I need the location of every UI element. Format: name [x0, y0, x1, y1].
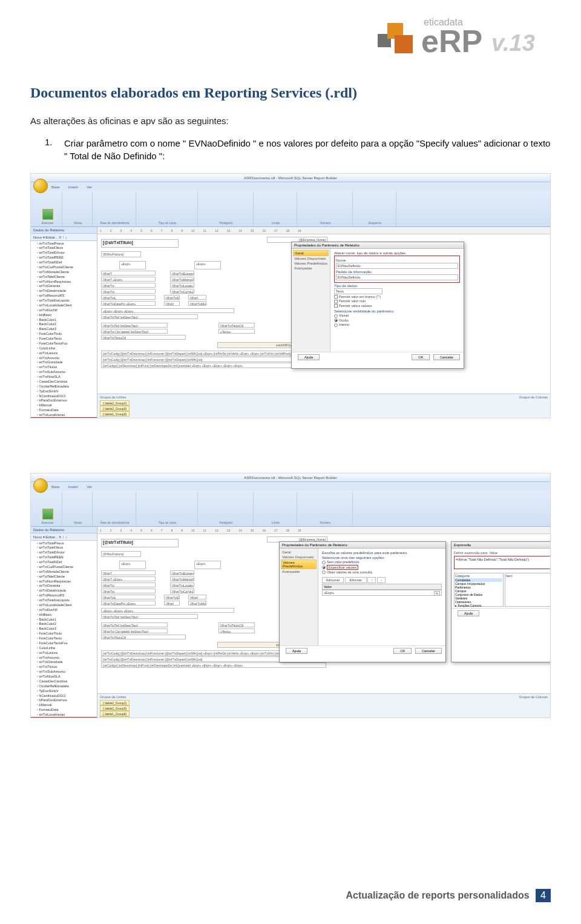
- design-cell[interactable]: «Expr»: [119, 261, 146, 269]
- design-cell[interactable]: [@strTxtL: [101, 595, 156, 599]
- tree-item[interactable]: ▫ FormatoData: [31, 708, 97, 713]
- design-cell[interactable]: [@strTxtDataEnt «Expr»: [164, 595, 180, 599]
- tree-item[interactable]: ▫ strTxtLeitura: [31, 650, 97, 655]
- tree-item[interactable]: ▫ OcultarRefEticadata: [31, 384, 97, 389]
- tree-item[interactable]: ▫ ForeColorTitulo: [31, 332, 97, 337]
- tree-item[interactable]: ▫ strTxtNumRequisicao: [31, 579, 97, 584]
- design-cell[interactable]: [@strTxtTip] [strDescTipo]: [101, 314, 198, 319]
- design-cell[interactable]: [@strTxtTip] [strDescTipo]: [101, 323, 168, 328]
- input-prompt[interactable]: EVNaoDefinido: [336, 274, 458, 280]
- tree-item[interactable]: ▫ ColorLinha: [31, 645, 97, 650]
- tree-item[interactable]: ▫ strTxtNiceSLA: [31, 675, 97, 679]
- tree-item-evnaodefinido[interactable]: ▫ EVNaoDefinido: [31, 717, 97, 718]
- tree-item[interactable]: ▫ strTxtAssunto: [31, 355, 97, 360]
- tree-item[interactable]: ▫ strTxtLocalizacao: [31, 413, 97, 418]
- tree-item[interactable]: ▫ strTxtResumoRS: [31, 294, 97, 299]
- tree-item[interactable]: ▫ BackColor2: [31, 622, 97, 627]
- tree-item[interactable]: ▫ strTxtLeitura: [31, 351, 97, 355]
- radio-query[interactable]: Obter valores de uma consulta: [322, 570, 442, 575]
- design-cell[interactable]: [@strTxtMarcaV «Expr»: [170, 277, 194, 282]
- tab-ver[interactable]: Ver: [87, 184, 92, 189]
- row-group-item[interactable]: [ (table1_Group3): [100, 716, 130, 718]
- ok-button[interactable]: OK: [393, 648, 412, 654]
- design-cell[interactable]: [@strTxt Cla tabela] [strDescTipo]: [101, 329, 168, 334]
- tree-item[interactable]: ▫ bParaDocExternos: [31, 698, 97, 703]
- expr-row[interactable]: [strCodigo] [strDescricao] [intFunc] [st…: [101, 662, 326, 668]
- tree-item-evnaodefinido[interactable]: ▫ EVNaoDefinido: [31, 417, 97, 418]
- help-button[interactable]: Ajuda: [458, 610, 479, 616]
- parameter-tree[interactable]: ▫ strTxtTotalPneus▫ strTxtTotalOleos▫ st…: [31, 241, 97, 418]
- design-cell[interactable]: [@strTxtTip] [strDescTipo]: [101, 614, 198, 619]
- tree-item[interactable]: ▫ ForeColorTexto: [31, 636, 97, 641]
- expression-input[interactable]: =iif(true,"Total Não Definido","Total Nã…: [454, 556, 550, 569]
- tree-item[interactable]: ▫ strTxtTotalNDef: [31, 260, 97, 265]
- design-cell[interactable]: «Expr»: [194, 261, 221, 269]
- tree-item[interactable]: ▫ CasasDecCambios: [31, 379, 97, 384]
- design-cell[interactable]: [IDMovFactura]: [101, 251, 141, 257]
- tree-item[interactable]: ▫ ForeColorTextoFoo: [31, 641, 97, 645]
- design-cell[interactable]: [@str] «Expr»: [164, 601, 180, 606]
- design-cell[interactable]: [@strTxt Cla tabela] [strDescTipo]: [101, 629, 168, 633]
- up-button[interactable]: ↑: [367, 577, 376, 583]
- fx-button[interactable]: fx: [434, 591, 440, 596]
- tab-ver[interactable]: Ver: [87, 484, 92, 489]
- tree-item[interactable]: ▫ BackColor2: [31, 322, 97, 327]
- tree-item[interactable]: ▫ CasasDecCambios: [31, 679, 97, 684]
- design-cell[interactable]: «Expr» «Expr» «Expr»: [101, 308, 234, 313]
- value-row[interactable]: «Expr» fx: [322, 590, 442, 596]
- design-cell[interactable]: [@strTxtLocatio «Expr»: [170, 582, 194, 587]
- tree-item[interactable]: ▫ strTxtTotalDAutor: [31, 251, 97, 256]
- tree-item[interactable]: ▫ bManual: [31, 703, 97, 708]
- nav-avancadas[interactable]: Avançadas: [293, 266, 329, 271]
- tree-item[interactable]: ▫ strTxtLocalidadeClient: [31, 303, 97, 308]
- field-titulo[interactable]: [@strTxtTitulo]: [101, 239, 179, 248]
- design-cell[interactable]: [@strTxtTituloCli]: [218, 622, 255, 627]
- design-cell[interactable]: [@strT: [101, 570, 156, 575]
- tab-inserir[interactable]: Inserir: [68, 484, 79, 489]
- down-button[interactable]: ↓: [377, 577, 386, 583]
- tree-item[interactable]: ▫ ForeColorTextoFoo: [31, 341, 97, 346]
- tree-item[interactable]: ▫ strTxtMoradaCliente: [31, 569, 97, 574]
- design-cell[interactable]: [@strTxtTituloCli]: [101, 335, 186, 340]
- tab-base[interactable]: Base: [51, 484, 60, 489]
- sub-report[interactable]: subASROocumen: [217, 342, 302, 348]
- chk-multi[interactable]: Permitir vários valores: [334, 304, 460, 308]
- row-group-item[interactable]: [ (table1_Group6): [100, 711, 130, 716]
- design-cell[interactable]: [@str] «Expr»: [164, 301, 180, 306]
- design-cell[interactable]: [@strTxtL: [101, 295, 156, 300]
- tree-item[interactable]: ▫ strTxtLocalizacao: [31, 713, 97, 718]
- design-cell[interactable]: [@strTxtEuipam «Expr»: [170, 570, 194, 575]
- radio-specify[interactable]: Especificar valores: [322, 565, 442, 570]
- nav-valores-pred[interactable]: Valores Predefinidos: [293, 261, 329, 266]
- radio-interno[interactable]: Interno: [334, 323, 460, 327]
- design-cell[interactable]: [@strTxtCorVe1 «Expr»: [170, 289, 194, 294]
- tree-item[interactable]: ▫ strTxtResumoRS: [31, 593, 97, 598]
- cancel-button[interactable]: Cancelar: [415, 648, 442, 654]
- tree-item[interactable]: ▫ strTxtTelefCliente: [31, 274, 97, 279]
- tree-item[interactable]: ▫ NCertificadoDGCI: [31, 394, 97, 398]
- design-cell[interactable]: [@strTxtTituloCli]: [218, 323, 255, 328]
- tree-item[interactable]: ▫ strTxtTelefCliente: [31, 574, 97, 579]
- nav-valores-disp[interactable]: Valores Disponíveis: [281, 555, 317, 559]
- design-cell[interactable]: «Texto»: [218, 329, 255, 334]
- design-cell[interactable]: [@strTxtLocatio «Expr»: [170, 283, 194, 288]
- tree-item[interactable]: ▫ strTxtTitulos: [31, 365, 97, 370]
- row-group-item[interactable]: [ (table2_Group1): [100, 400, 130, 406]
- ribbon-group-executar[interactable]: Executar: [33, 192, 62, 226]
- tab-base[interactable]: Base: [51, 184, 60, 189]
- input-nome[interactable]: EVNaoDefinido: [336, 263, 458, 269]
- tree-item[interactable]: ▫ blnBasic: [31, 612, 97, 617]
- radio-visivel[interactable]: Visível: [334, 314, 460, 318]
- radio-oculto[interactable]: Oculto: [334, 318, 460, 323]
- category-item[interactable]: ▸ Funções Comuns: [455, 604, 502, 607]
- tree-item[interactable]: ▫ strTxtTotalNDef: [31, 560, 97, 565]
- tree-item[interactable]: ▫ strTxtAssunto: [31, 655, 97, 660]
- tree-item[interactable]: ▫ TpDocSimbV: [31, 688, 97, 693]
- tab-inserir[interactable]: Inserir: [68, 184, 79, 189]
- help-button[interactable]: Ajuda: [298, 354, 320, 360]
- tree-item[interactable]: ▫ strTxtTotalOleos: [31, 546, 97, 550]
- tree-item[interactable]: ▫ strTxtTotalPneus: [31, 241, 97, 246]
- tree-item[interactable]: ▫ FormatoData: [31, 408, 97, 413]
- chk-null[interactable]: Permitir valor nulo: [334, 299, 460, 303]
- design-cell[interactable]: [@strTxtTituloCli]: [101, 635, 186, 639]
